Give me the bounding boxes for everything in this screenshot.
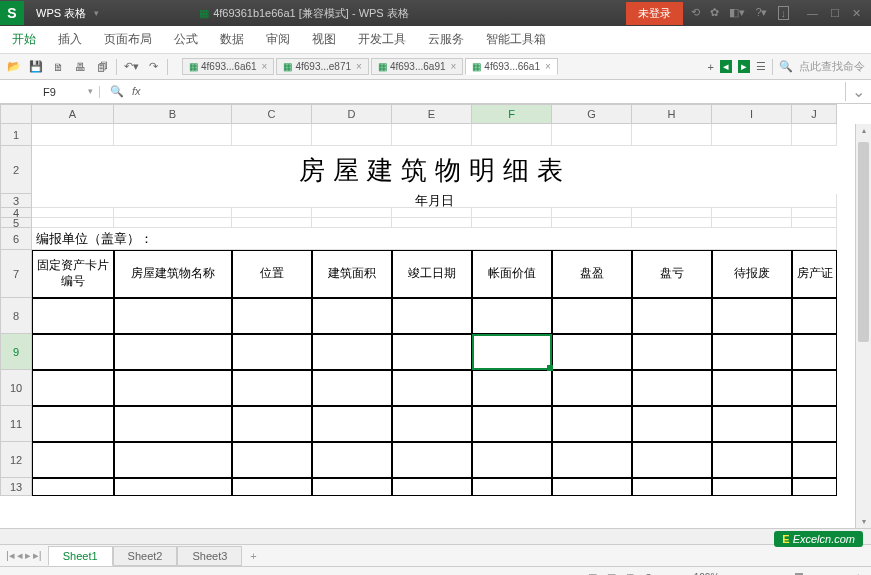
table-cell[interactable]	[552, 334, 632, 370]
table-header[interactable]: 待报废	[712, 250, 792, 298]
table-cell[interactable]	[232, 442, 312, 478]
empty-cell[interactable]	[392, 208, 472, 218]
next-sheet-icon[interactable]: ▸	[25, 549, 31, 562]
empty-cell[interactable]	[312, 124, 392, 146]
table-cell[interactable]	[632, 478, 712, 496]
table-cell[interactable]	[792, 334, 837, 370]
table-cell[interactable]	[232, 298, 312, 334]
print-preview-icon[interactable]: 🗎	[50, 59, 66, 75]
settings-icon[interactable]: ✿	[710, 6, 719, 20]
empty-cell[interactable]	[114, 218, 232, 228]
table-cell[interactable]	[712, 442, 792, 478]
empty-cell[interactable]	[632, 208, 712, 218]
table-cell[interactable]	[552, 406, 632, 442]
table-cell[interactable]	[712, 334, 792, 370]
table-cell[interactable]	[312, 442, 392, 478]
sheet-tab-1[interactable]: Sheet1	[48, 546, 113, 566]
empty-cell[interactable]	[232, 208, 312, 218]
add-sheet-icon[interactable]: +	[242, 550, 264, 562]
table-cell[interactable]	[792, 478, 837, 496]
table-cell[interactable]	[312, 334, 392, 370]
table-cell[interactable]	[312, 298, 392, 334]
empty-cell[interactable]	[632, 218, 712, 228]
print-icon[interactable]: 🖶	[72, 59, 88, 75]
redo-icon[interactable]: ↷	[145, 59, 161, 75]
add-tab-icon[interactable]: +	[708, 61, 714, 73]
table-cell[interactable]	[392, 478, 472, 496]
name-box[interactable]: F9	[0, 86, 100, 98]
table-cell[interactable]	[792, 370, 837, 406]
dropdown-icon[interactable]: ▾	[94, 8, 99, 18]
menu-tools[interactable]: 智能工具箱	[486, 31, 546, 48]
row-header[interactable]: 11	[0, 406, 32, 442]
table-cell[interactable]	[232, 478, 312, 496]
last-sheet-icon[interactable]: ▸|	[33, 549, 42, 562]
table-cell[interactable]	[472, 442, 552, 478]
maximize-icon[interactable]: ☐	[830, 7, 840, 20]
table-cell[interactable]	[392, 406, 472, 442]
table-cell[interactable]	[32, 478, 114, 496]
empty-cell[interactable]	[312, 218, 392, 228]
table-cell[interactable]	[392, 334, 472, 370]
close-tab-icon[interactable]: ×	[262, 61, 268, 72]
empty-cell[interactable]	[32, 208, 114, 218]
table-cell[interactable]	[792, 406, 837, 442]
col-header[interactable]: G	[552, 104, 632, 124]
table-cell[interactable]	[712, 406, 792, 442]
table-cell[interactable]	[312, 406, 392, 442]
empty-cell[interactable]	[472, 124, 552, 146]
empty-cell[interactable]	[392, 124, 472, 146]
table-header[interactable]: 盘亏	[632, 250, 712, 298]
close-tab-icon[interactable]: ×	[545, 61, 551, 72]
preview-icon[interactable]: 🗐	[94, 59, 110, 75]
table-cell[interactable]	[114, 406, 232, 442]
menu-review[interactable]: 审阅	[266, 31, 290, 48]
menu-insert[interactable]: 插入	[58, 31, 82, 48]
empty-cell[interactable]	[114, 208, 232, 218]
empty-cell[interactable]	[312, 208, 392, 218]
open-icon[interactable]: 📂	[6, 59, 22, 75]
org-line[interactable]: 编报单位（盖章）：	[32, 228, 837, 250]
empty-cell[interactable]	[472, 218, 552, 228]
help-icon[interactable]: ?▾	[755, 6, 767, 20]
next-tab-icon[interactable]: ▸	[738, 60, 750, 73]
undo-icon[interactable]: ↶▾	[123, 59, 139, 75]
row-header[interactable]: 7	[0, 250, 32, 298]
row-header[interactable]: 9	[0, 334, 32, 370]
table-header[interactable]: 盘盈	[552, 250, 632, 298]
doc-tab[interactable]: ▦4f693...e871×	[276, 58, 368, 75]
table-cell[interactable]	[114, 370, 232, 406]
vertical-scrollbar[interactable]	[855, 124, 871, 528]
table-header[interactable]: 位置	[232, 250, 312, 298]
table-cell[interactable]	[114, 334, 232, 370]
table-cell[interactable]	[32, 370, 114, 406]
col-header[interactable]: B	[114, 104, 232, 124]
empty-cell[interactable]	[632, 124, 712, 146]
table-header[interactable]: 建筑面积	[312, 250, 392, 298]
empty-cell[interactable]	[792, 124, 837, 146]
table-cell[interactable]	[232, 334, 312, 370]
table-cell[interactable]	[32, 406, 114, 442]
table-cell[interactable]	[472, 478, 552, 496]
empty-cell[interactable]	[32, 218, 114, 228]
table-cell[interactable]	[392, 370, 472, 406]
skin-icon[interactable]: ◧▾	[729, 6, 745, 20]
row-header[interactable]: 13	[0, 478, 32, 496]
login-button[interactable]: 未登录	[626, 2, 683, 25]
doc-tab[interactable]: ▦4f693...6a91×	[371, 58, 463, 75]
table-cell[interactable]	[632, 370, 712, 406]
menu-start[interactable]: 开始	[12, 31, 36, 48]
col-header[interactable]: A	[32, 104, 114, 124]
menu-view[interactable]: 视图	[312, 31, 336, 48]
row-header[interactable]: 8	[0, 298, 32, 334]
table-cell[interactable]	[712, 298, 792, 334]
table-cell[interactable]	[792, 298, 837, 334]
table-cell[interactable]	[632, 334, 712, 370]
table-cell[interactable]	[114, 298, 232, 334]
table-header[interactable]: 竣工日期	[392, 250, 472, 298]
table-cell[interactable]	[552, 370, 632, 406]
table-cell[interactable]	[712, 478, 792, 496]
col-header[interactable]: H	[632, 104, 712, 124]
row-header[interactable]: 12	[0, 442, 32, 478]
list-tabs-icon[interactable]: ☰	[756, 60, 766, 73]
